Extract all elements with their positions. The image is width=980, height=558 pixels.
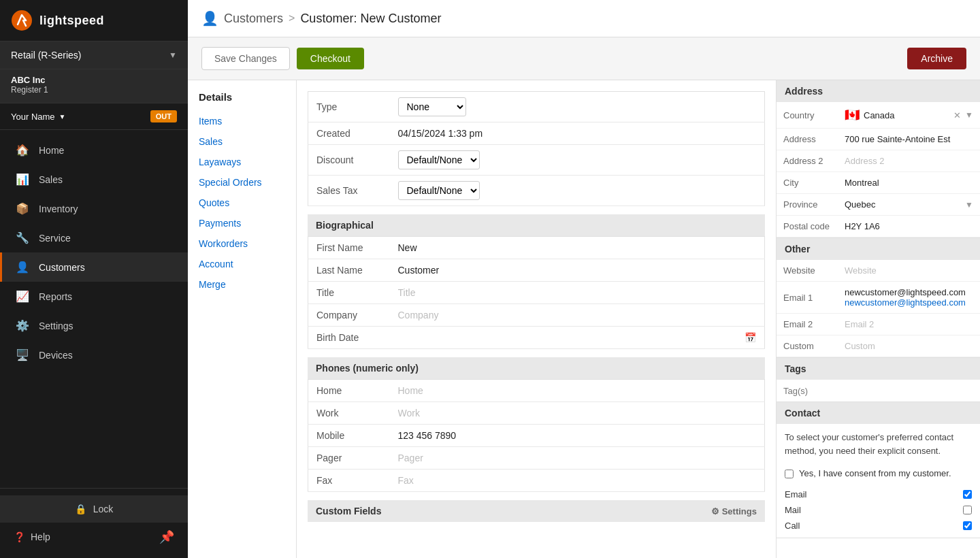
email2-input[interactable] — [845, 319, 973, 329]
sidebar-item-inventory[interactable]: 📦 Inventory — [0, 194, 188, 223]
left-nav-items[interactable]: Items — [188, 111, 296, 131]
last-name-input[interactable] — [398, 265, 757, 276]
left-nav-layaways[interactable]: Layaways — [188, 152, 296, 172]
mail-method-label: Mail — [785, 505, 801, 515]
help-link[interactable]: ❓ Help — [14, 531, 50, 542]
left-nav-special-orders[interactable]: Special Orders — [188, 172, 296, 193]
left-nav-title: Details — [188, 91, 296, 111]
svg-point-0 — [12, 10, 32, 31]
lock-icon: 🔒 — [75, 504, 86, 514]
consent-row: Yes, I have consent from my customer. — [777, 464, 980, 482]
top-bar: 👤 Customers > Customer: New Customer — [188, 0, 980, 37]
city-row: City — [777, 172, 980, 194]
mail-method-checkbox[interactable] — [963, 506, 972, 514]
sidebar-item-label: Reports — [39, 291, 72, 302]
website-input[interactable] — [845, 265, 973, 276]
email1-value: newcustomer@lightspeed.com — [845, 287, 973, 297]
address2-input[interactable] — [845, 156, 973, 166]
email1-link[interactable]: newcustomer@lightspeed.com — [845, 297, 973, 308]
user-name: Your Name — [11, 112, 55, 122]
city-input[interactable] — [845, 178, 973, 188]
work-phone-label: Work — [308, 402, 390, 425]
sales-tax-select[interactable]: Default/None — [398, 181, 480, 200]
type-select[interactable]: None Individual Company — [398, 97, 466, 116]
left-nav-workorders[interactable]: Workorders — [188, 233, 296, 254]
tags-section: Tags — [777, 358, 980, 402]
sales-tax-row: Sales Tax Default/None — [308, 176, 765, 206]
fax-row: Fax — [308, 470, 765, 492]
devices-icon: 🖥️ — [16, 348, 29, 361]
website-label: Website — [777, 260, 838, 282]
last-name-value — [390, 259, 765, 282]
sidebar-item-home[interactable]: 🏠 Home — [0, 135, 188, 165]
checkout-button[interactable]: Checkout — [297, 48, 364, 69]
gear-icon: ⚙ — [711, 506, 719, 516]
sales-tax-value: Default/None — [390, 176, 765, 206]
created-label: Created — [308, 122, 390, 145]
country-label: Country — [777, 102, 838, 129]
pager-input[interactable] — [398, 453, 757, 463]
form-area: Type None Individual Company Created 04/… — [297, 80, 776, 558]
home-phone-input[interactable] — [398, 385, 757, 396]
save-changes-button[interactable]: Save Changes — [201, 47, 290, 70]
company-name: ABC Inc — [11, 75, 177, 85]
toolbar: Save Changes Checkout Archive — [188, 37, 980, 80]
custom-input[interactable] — [845, 341, 973, 351]
store-selector[interactable]: Retail (R-Series) ▼ — [0, 42, 188, 69]
consent-checkbox[interactable] — [785, 470, 794, 478]
sidebar-item-label: Devices — [39, 350, 73, 361]
address-input[interactable] — [845, 134, 973, 144]
sidebar-item-label: Service — [39, 233, 71, 244]
call-method-checkbox[interactable] — [963, 521, 972, 530]
sidebar-item-devices[interactable]: 🖥️ Devices — [0, 340, 188, 370]
tags-input[interactable] — [783, 386, 973, 396]
province-chevron-icon[interactable]: ▼ — [965, 200, 973, 210]
custom-fields-settings-link[interactable]: ⚙ Settings — [711, 506, 757, 516]
sidebar-item-settings[interactable]: ⚙️ Settings — [0, 311, 188, 340]
user-name-button[interactable]: Your Name ▼ — [11, 112, 65, 122]
fax-input[interactable] — [398, 475, 757, 486]
breadcrumb-parent[interactable]: Customers — [224, 12, 283, 26]
company-input[interactable] — [398, 310, 757, 321]
address-header: Address — [777, 80, 980, 102]
sidebar-item-label: Home — [39, 145, 64, 156]
reports-icon: 📈 — [16, 290, 29, 303]
country-chevron-icon[interactable]: ▼ — [965, 110, 973, 120]
help-row: ❓ Help 📌 — [0, 523, 188, 551]
left-nav-quotes[interactable]: Quotes — [188, 193, 296, 213]
pin-icon[interactable]: 📌 — [159, 529, 174, 544]
archive-button[interactable]: Archive — [907, 48, 966, 69]
left-nav-sales[interactable]: Sales — [188, 131, 296, 152]
sidebar-item-sales[interactable]: 📊 Sales — [0, 165, 188, 194]
mobile-phone-input[interactable] — [398, 430, 757, 441]
logo: lightspeed — [0, 0, 188, 42]
breadcrumb-customer-icon: 👤 — [201, 10, 218, 27]
tags-content — [777, 380, 980, 401]
left-nav-payments[interactable]: Payments — [188, 213, 296, 233]
work-phone-input[interactable] — [398, 408, 757, 419]
contact-section: Contact To select your customer's prefer… — [777, 402, 980, 538]
sidebar-item-service[interactable]: 🔧 Service — [0, 223, 188, 252]
title-input[interactable] — [398, 287, 757, 298]
postal-input[interactable] — [845, 221, 973, 231]
email1-label: Email 1 — [777, 282, 838, 314]
breadcrumb-current: Customer: New Customer — [300, 12, 441, 26]
email-method-checkbox[interactable] — [963, 490, 972, 499]
sidebar-item-reports[interactable]: 📈 Reports — [0, 282, 188, 311]
province-row: Province Quebec ▼ — [777, 194, 980, 216]
birth-date-row: Birth Date 📅 — [308, 327, 765, 349]
first-name-input[interactable] — [398, 242, 757, 253]
birth-date-input[interactable] — [398, 332, 745, 343]
left-nav-merge[interactable]: Merge — [188, 274, 296, 295]
left-nav-account[interactable]: Account — [188, 254, 296, 274]
lock-button[interactable]: 🔒 Lock — [0, 495, 188, 523]
country-clear-icon[interactable]: ✕ — [953, 110, 961, 120]
sidebar-item-customers[interactable]: 👤 Customers — [0, 252, 188, 282]
customers-icon: 👤 — [16, 261, 29, 274]
home-icon: 🏠 — [16, 144, 29, 157]
discount-select[interactable]: Default/None — [398, 150, 480, 169]
address-row: Address — [777, 129, 980, 150]
calendar-icon[interactable]: 📅 — [745, 332, 756, 343]
logo-text: lightspeed — [39, 14, 104, 28]
call-method-row: Call — [785, 518, 972, 534]
